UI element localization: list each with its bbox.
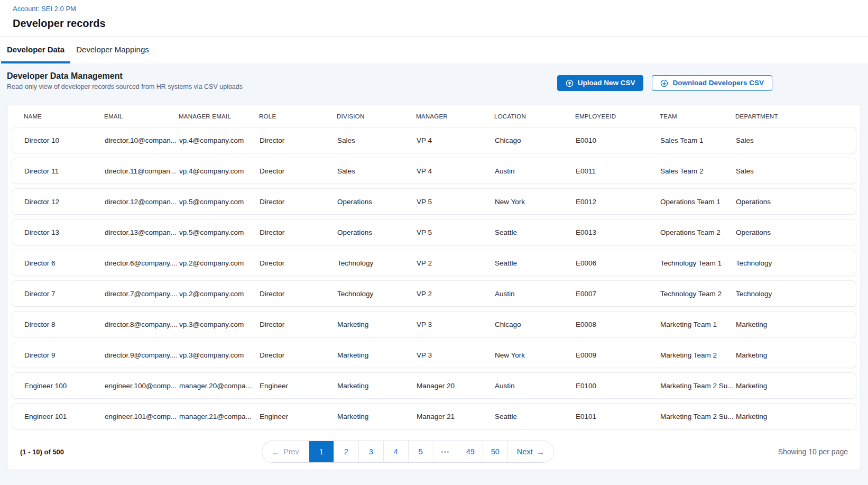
cell-email: director.10@compan... <box>105 136 179 144</box>
per-page-label: Showing 10 per page <box>778 447 848 456</box>
page-button-50[interactable]: 50 <box>483 441 508 462</box>
table-row: Director 12director.12@compan...vp.5@com… <box>12 188 856 215</box>
page-button-3[interactable]: 3 <box>359 441 384 462</box>
table-row: Engineer 100engineer.100@comp...manager.… <box>12 372 856 399</box>
section-header-text: Developer Data Management Read-only view… <box>7 71 243 91</box>
cell-employeeid: E0006 <box>576 259 660 267</box>
tab-developer-mappings[interactable]: Developer Mappings <box>70 37 155 63</box>
column-header-manager: MANAGER <box>416 113 494 120</box>
cell-manager-email: vp.5@company.com <box>179 198 260 206</box>
cell-location: New York <box>495 198 576 206</box>
cell-team: Marketing Team 2 Su... <box>660 382 736 390</box>
cell-manager-email: vp.2@company.com <box>179 259 260 267</box>
cell-name: Engineer 100 <box>24 382 105 390</box>
cell-manager-email: vp.5@company.com <box>179 228 260 236</box>
cell-employeeid: E0010 <box>576 136 660 144</box>
upload-icon <box>566 79 574 87</box>
cell-manager-email: manager.20@compa... <box>179 382 260 390</box>
column-header-manager-email: MANAGER EMAIL <box>179 113 259 120</box>
section-header: Developer Data Management Read-only view… <box>7 71 861 91</box>
developer-table-card: NAMEEMAILMANAGER EMAILROLEDIVISIONMANAGE… <box>7 105 861 470</box>
csv-actions: Upload New CSV Download Developers CSV <box>557 75 772 91</box>
pagination-bar: (1 - 10) of 500 ←Prev12345•••4950Next→ S… <box>7 434 861 470</box>
table-row: Director 8director.8@company....vp.3@com… <box>12 311 856 337</box>
cell-name: Director 7 <box>24 290 105 298</box>
table-row: Director 10director.10@compan...vp.4@com… <box>12 127 856 153</box>
cell-department: Operations <box>736 228 856 236</box>
cell-email: director.9@company.... <box>105 351 179 359</box>
cell-team: Marketing Team 1 <box>660 321 736 328</box>
cell-team: Technology Team 2 <box>660 290 736 298</box>
right-arrow-icon: → <box>537 448 544 456</box>
upload-button-label: Upload New CSV <box>578 79 635 87</box>
download-icon <box>660 79 668 87</box>
upload-new-csv-button[interactable]: Upload New CSV <box>557 75 644 91</box>
pager: ←Prev12345•••4950Next→ <box>262 441 554 463</box>
page-button-5[interactable]: 5 <box>409 441 433 462</box>
cell-name: Director 9 <box>24 351 105 359</box>
cell-team: Operations Team 2 <box>660 228 736 236</box>
cell-email: director.7@company.... <box>105 290 179 298</box>
cell-name: Director 8 <box>24 321 105 328</box>
page-button-1[interactable]: 1 <box>309 441 334 462</box>
account-link[interactable]: Account: SEI 2.0 PM <box>13 5 855 13</box>
table-row: Director 13director.13@compan...vp.5@com… <box>12 219 856 245</box>
cell-role: Director <box>260 351 337 359</box>
cell-department: Marketing <box>736 321 856 328</box>
column-header-employeeid: EMPLOYEEID <box>575 113 660 120</box>
cell-employeeid: E0101 <box>576 413 660 420</box>
pagination-range: (1 - 10) of 500 <box>20 448 64 456</box>
cell-manager: VP 2 <box>417 290 495 298</box>
cell-manager-email: vp.2@company.com <box>179 290 260 298</box>
cell-team: Sales Team 1 <box>660 136 736 144</box>
page-button-4[interactable]: 4 <box>384 441 409 462</box>
left-arrow-icon: ← <box>272 448 280 456</box>
section-subtitle: Read-only view of developer records sour… <box>7 83 243 91</box>
page-header: Account: SEI 2.0 PM Developer records <box>0 0 868 37</box>
table-row: Engineer 101engineer.101@comp...manager.… <box>12 403 856 429</box>
table-row: Director 11director.11@compan...vp.4@com… <box>12 158 856 184</box>
cell-email: director.8@company.... <box>105 321 179 328</box>
cell-manager: Manager 20 <box>417 382 495 390</box>
cell-name: Director 6 <box>24 259 105 267</box>
next-page-button[interactable]: Next→ <box>508 441 553 462</box>
page-button-49[interactable]: 49 <box>458 441 483 462</box>
column-header-role: ROLE <box>259 113 337 120</box>
cell-employeeid: E0011 <box>576 167 660 175</box>
cell-department: Sales <box>736 136 856 144</box>
cell-manager-email: manager.21@compa... <box>179 413 260 420</box>
cell-manager: VP 3 <box>417 351 495 359</box>
cell-employeeid: E0012 <box>576 198 660 206</box>
page-button-2[interactable]: 2 <box>334 441 359 462</box>
section-title: Developer Data Management <box>7 71 243 81</box>
cell-department: Operations <box>736 198 856 206</box>
download-button-label: Download Developers CSV <box>672 79 764 87</box>
cell-role: Engineer <box>260 382 337 390</box>
cell-location: Seattle <box>495 228 576 236</box>
cell-location: New York <box>495 351 576 359</box>
next-label: Next <box>517 447 533 456</box>
cell-division: Marketing <box>337 321 417 328</box>
cell-email: director.11@compan... <box>105 167 179 175</box>
cell-team: Sales Team 2 <box>660 167 736 175</box>
cell-division: Technology <box>337 290 417 298</box>
cell-name: Director 11 <box>24 167 105 175</box>
table-body: Director 10director.10@compan...vp.4@com… <box>7 127 861 429</box>
table-row: Director 9director.9@company....vp.3@com… <box>12 342 856 368</box>
tab-developer-data[interactable]: Developer Data <box>1 37 70 63</box>
table-header-row: NAMEEMAILMANAGER EMAILROLEDIVISIONMANAGE… <box>7 105 861 127</box>
cell-manager-email: vp.3@company.com <box>179 321 260 328</box>
prev-page-button[interactable]: ←Prev <box>262 441 309 462</box>
cell-division: Marketing <box>337 382 417 390</box>
column-header-division: DIVISION <box>337 113 416 120</box>
cell-team: Operations Team 1 <box>660 198 736 206</box>
download-developers-csv-button[interactable]: Download Developers CSV <box>652 75 772 91</box>
cell-manager-email: vp.3@company.com <box>179 351 260 359</box>
cell-location: Austin <box>495 167 576 175</box>
table-row: Director 7director.7@company....vp.2@com… <box>12 280 856 307</box>
cell-role: Director <box>260 259 337 267</box>
cell-department: Marketing <box>736 351 856 359</box>
cell-employeeid: E0009 <box>576 351 660 359</box>
cell-email: engineer.101@comp... <box>105 413 179 420</box>
cell-manager: VP 5 <box>417 228 495 236</box>
